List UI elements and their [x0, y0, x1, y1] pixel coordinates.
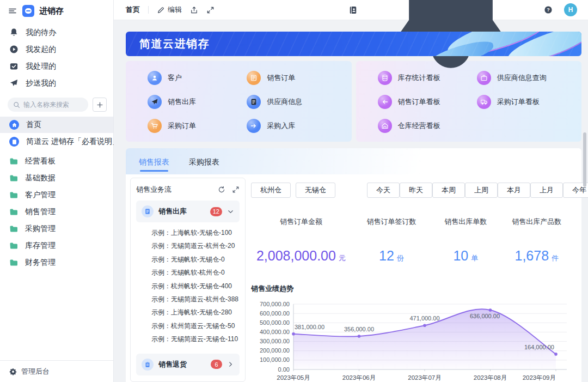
- share-icon[interactable]: [190, 6, 198, 14]
- sidebar-folder-item[interactable]: 销售管理: [0, 203, 113, 220]
- workflow-item[interactable]: 示例：上海帆软-无锡仓-280: [151, 306, 240, 319]
- kpi-card: 销售订单签订数 12 份: [351, 217, 432, 264]
- shortcut-label: 采购订单看板: [497, 97, 540, 107]
- shortcut-item[interactable]: 销售订单看板: [378, 95, 477, 109]
- svg-text:?: ?: [547, 7, 550, 13]
- trend-chart: 0.00100,000.00200,000.00300,000.00400,00…: [251, 299, 574, 381]
- search-box[interactable]: [8, 98, 88, 112]
- workflow-item[interactable]: 示例：上海帆软-无锡仓-100: [151, 226, 240, 239]
- sidebar-folder-item[interactable]: 经营看板: [0, 153, 113, 169]
- shortcut-item[interactable]: 销售订单: [247, 71, 346, 85]
- folder-icon: [9, 157, 18, 166]
- sidebar-folder-item[interactable]: 采购管理: [0, 220, 113, 237]
- svg-text:600,000.00: 600,000.00: [260, 310, 290, 317]
- workflow-item[interactable]: 示例：无锡简道云-无锡仓-110: [151, 332, 240, 345]
- sidebar-nav-label: 我的待办: [26, 28, 56, 38]
- report-body: 销售业务流 销售出库 12 示例：上海帆软-无锡仓-1: [126, 174, 581, 382]
- shortcut-item[interactable]: 仓库经营看板: [378, 119, 477, 133]
- sidebar-folder-item[interactable]: 客户管理: [0, 186, 113, 203]
- scrollbar[interactable]: [583, 132, 586, 187]
- shortcut-label: 仓库经营看板: [398, 121, 440, 131]
- kpi-card: 销售出库单数 10 单: [432, 217, 500, 264]
- count-badge: 6: [211, 360, 222, 369]
- svg-text:700,000.00: 700,000.00: [260, 301, 290, 307]
- chevron-right-icon[interactable]: [227, 361, 234, 368]
- shortcut-label: 销售出库: [168, 97, 196, 107]
- sidebar-folder-item[interactable]: 库存管理: [0, 237, 113, 254]
- shortcut-item[interactable]: 销售出库: [148, 95, 247, 109]
- svg-text:400,000.00: 400,000.00: [260, 329, 290, 335]
- shortcut-item[interactable]: 采购入库: [247, 119, 346, 133]
- sidebar-nav-item[interactable]: 我发起的: [0, 41, 113, 58]
- sidebar-folder-label: 库存管理: [25, 241, 56, 251]
- workflow-item[interactable]: 示例：杭州帆软-无锡仓-400: [151, 280, 240, 293]
- count-badge: 12: [210, 207, 222, 216]
- workflow-group-sales-outbound[interactable]: 销售出库 12: [136, 201, 240, 222]
- sidebar-nav-item[interactable]: 抄送我的: [0, 75, 113, 92]
- shortcut-item[interactable]: 客户: [148, 71, 247, 85]
- workflow-item[interactable]: 示例：杭州简道云-无锡仓-50: [151, 319, 240, 332]
- user-icon: [148, 71, 162, 85]
- sidebar-header: 进销存: [0, 0, 113, 20]
- plus-icon: [96, 101, 103, 108]
- refresh-icon[interactable]: [218, 186, 225, 193]
- shortcut-item[interactable]: 供应商信息: [247, 95, 346, 109]
- workflow-item[interactable]: 示例：无锡简道云-杭州仓-388: [151, 293, 240, 306]
- report-tab[interactable]: 销售报表: [139, 157, 169, 174]
- menu-icon[interactable]: [8, 7, 17, 15]
- date-filter-button[interactable]: 昨天: [400, 183, 432, 198]
- shortcut-label: 销售订单: [267, 73, 295, 83]
- svg-text:2023年09月: 2023年09月: [523, 374, 556, 381]
- help-icon[interactable]: ?: [544, 5, 553, 14]
- workflow-item[interactable]: 示例：无锡帆软-杭州仓-0: [151, 266, 240, 279]
- kpi-row: 销售订单金额 2,008,000.00 元 销售订单签订数 12 份: [251, 217, 574, 264]
- expand-icon[interactable]: [232, 186, 240, 193]
- admin-backend-label: 管理后台: [21, 367, 50, 377]
- sidebar: 进销存 我的待办 我发起的 我处理的 抄送我的 首页 简道云 进销存「必看说明」: [0, 0, 114, 382]
- fullscreen-icon[interactable]: [206, 6, 215, 14]
- warehouse-filter-button[interactable]: 杭州仓: [251, 183, 291, 198]
- folder-icon: [9, 174, 18, 183]
- contacts-icon[interactable]: [348, 5, 358, 15]
- date-filter-button[interactable]: 本月: [498, 183, 530, 198]
- edit-button[interactable]: 编辑: [157, 5, 182, 15]
- date-filter-button[interactable]: 上月: [530, 183, 563, 198]
- warehouse-filter-button[interactable]: 无锡仓: [296, 183, 335, 198]
- shortcut-item[interactable]: 采购订单: [148, 119, 247, 133]
- chevron-down-icon[interactable]: [227, 208, 234, 215]
- svg-text:300,000.00: 300,000.00: [260, 338, 290, 344]
- svg-text:200,000.00: 200,000.00: [260, 347, 290, 354]
- banner: 简道云进销存: [126, 32, 581, 56]
- home-icon: [9, 120, 19, 130]
- date-filter-button[interactable]: 今天: [367, 183, 400, 198]
- folder-icon: [9, 241, 18, 250]
- workflow-item-list: 示例：上海帆软-无锡仓-100示例：无锡简道云-杭州仓-20示例：无锡帆软-无锡…: [136, 222, 240, 348]
- sidebar-nav-item[interactable]: 我处理的: [0, 58, 113, 75]
- add-button[interactable]: [93, 98, 107, 112]
- folder-icon: [9, 225, 18, 233]
- workflow-item[interactable]: 示例：无锡简道云-杭州仓-20: [151, 239, 240, 252]
- sidebar-search-row: [0, 93, 113, 117]
- date-filter-button[interactable]: 本周: [432, 183, 465, 198]
- kpi-value: 2,008,000.00 元: [256, 248, 346, 264]
- folder-icon: [9, 208, 18, 216]
- sidebar-folder-item[interactable]: 基础数据: [0, 169, 113, 186]
- sidebar-nav-item[interactable]: 我的待办: [0, 24, 113, 41]
- sidebar-folder-label: 基础数据: [25, 173, 56, 183]
- sidebar-item-guide[interactable]: 简道云 进销存「必看说明」: [0, 133, 113, 150]
- admin-backend-button[interactable]: 管理后台: [0, 360, 113, 382]
- svg-text:2023年06月: 2023年06月: [342, 374, 376, 381]
- report-tab[interactable]: 采购报表: [189, 157, 219, 174]
- filter-bar: 杭州仓 无锡仓 今天 昨天 本周: [251, 183, 574, 198]
- sidebar-folder-item[interactable]: 财务管理: [0, 254, 113, 271]
- date-filter-button[interactable]: 上周: [465, 183, 498, 198]
- search-input[interactable]: [23, 101, 83, 108]
- shortcut-item[interactable]: 采购订单看板: [477, 95, 576, 109]
- avatar[interactable]: H: [564, 3, 577, 16]
- warehouse-icon: [378, 119, 392, 133]
- kpi-label: 销售订单签订数: [366, 217, 416, 227]
- sidebar-item-home[interactable]: 首页: [0, 117, 113, 133]
- folder-icon: [9, 191, 18, 199]
- workflow-item[interactable]: 示例：无锡帆软-无锡仓-0: [151, 253, 240, 266]
- workflow-group-sales-return[interactable]: 销售退货 6: [136, 354, 240, 375]
